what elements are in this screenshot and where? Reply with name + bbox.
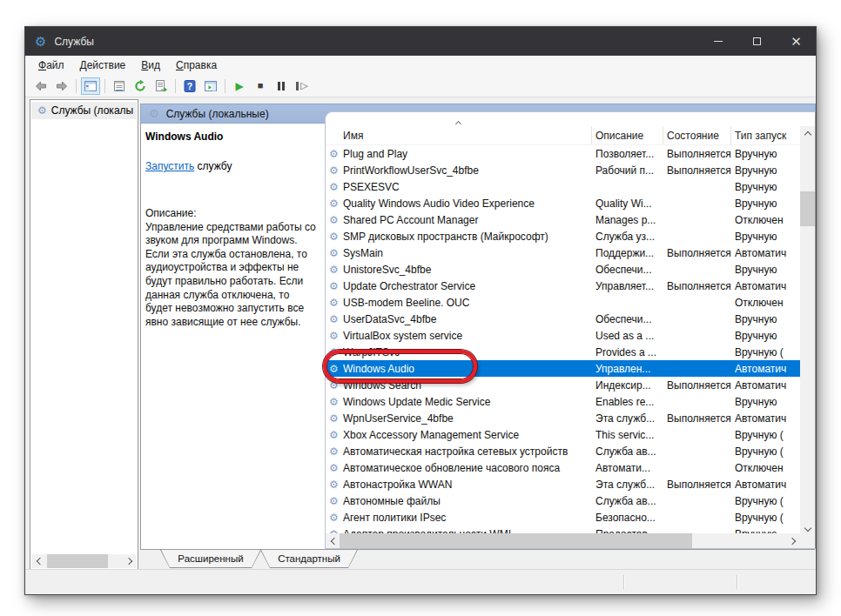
- table-row[interactable]: ⚙ Windows Search Индексир... Выполняется…: [326, 377, 800, 393]
- scroll-left-button[interactable]: [326, 534, 340, 548]
- table-row[interactable]: ⚙ USB-modem Beeline. OUC Отключен: [326, 294, 800, 311]
- service-gear-icon: ⚙: [329, 198, 339, 210]
- scroll-up-button[interactable]: [800, 126, 815, 140]
- view-tabs: Расширенный Стандартный: [140, 549, 815, 570]
- show-console-tree-button[interactable]: [81, 77, 100, 95]
- list-horizontal-scrollbar[interactable]: [326, 533, 800, 548]
- services-gear-icon: ⚙: [149, 108, 159, 119]
- close-button[interactable]: ✕: [777, 27, 816, 56]
- column-header-status[interactable]: Состояние: [663, 126, 731, 144]
- service-description: Эта служб...: [592, 412, 663, 425]
- refresh-button[interactable]: [131, 77, 150, 95]
- scroll-left-button[interactable]: [31, 554, 45, 568]
- tree-item-services-local[interactable]: ⚙ Службы (локалы: [31, 102, 137, 119]
- table-row[interactable]: ⚙ Автонастройка WWAN Эта служб... Выполн…: [326, 476, 800, 492]
- forward-button[interactable]: [52, 77, 71, 95]
- restart-service-button[interactable]: ▷: [293, 77, 312, 95]
- show-action-pane-button[interactable]: [201, 77, 220, 95]
- service-name: Shared PC Account Manager: [343, 214, 592, 226]
- tab-standard[interactable]: Стандартный: [260, 550, 358, 568]
- scroll-right-button[interactable]: [786, 534, 800, 548]
- table-row[interactable]: ⚙ PSEXESVC Вручную: [326, 178, 800, 195]
- services-gear-icon: ⚙: [37, 105, 47, 116]
- table-row[interactable]: ⚙ WpnUserService_4bfbe Эта служб... Выпо…: [326, 410, 800, 426]
- status-bar: [25, 569, 816, 593]
- table-row[interactable]: ⚙ SMP дисковых пространств (Майкрософт) …: [326, 228, 800, 244]
- table-row[interactable]: ⚙ Адаптер производительности WMI Предост…: [326, 526, 800, 533]
- services-gear-icon: ⚙: [35, 35, 46, 48]
- scrollbar-thumb[interactable]: [800, 191, 815, 226]
- service-description: Обеспечи...: [592, 264, 663, 276]
- menu-file[interactable]: Файл: [30, 57, 72, 74]
- service-startup-type: Вручную (: [731, 429, 800, 441]
- tree-horizontal-scrollbar[interactable]: [31, 554, 137, 568]
- service-gear-icon: ⚙: [329, 164, 339, 177]
- table-row[interactable]: ⚙ Агент политики IPsec Безопасно... Вруч…: [326, 509, 800, 526]
- column-header-name[interactable]: Имя: [326, 126, 592, 144]
- export-list-icon: [154, 79, 168, 93]
- menu-file-rest: айл: [46, 59, 64, 71]
- back-arrow-icon: [34, 79, 48, 93]
- service-description: Рабочий п...: [592, 164, 663, 177]
- table-row[interactable]: ⚙ VirtualBox system service Used as a ..…: [326, 327, 800, 344]
- service-name: Агент политики IPsec: [343, 512, 592, 524]
- scroll-right-button[interactable]: [123, 554, 137, 568]
- service-startup-type: Вручную: [731, 396, 800, 408]
- table-row[interactable]: ⚙ WarpJITSvc Provides a ... Вручную (: [326, 344, 800, 360]
- column-header-startup-type[interactable]: Тип запуск: [731, 126, 800, 144]
- start-service-link[interactable]: Запустить: [145, 160, 194, 172]
- service-name: WpnUserService_4bfbe: [343, 412, 592, 425]
- minimize-button[interactable]: [698, 27, 737, 56]
- export-list-button[interactable]: [151, 77, 171, 95]
- back-button[interactable]: [31, 77, 50, 95]
- table-row[interactable]: ⚙ PrintWorkflowUserSvc_4bfbe Рабочий п..…: [326, 162, 800, 178]
- table-row[interactable]: ⚙ Plug and Play Позволяет... Выполняется…: [326, 145, 800, 162]
- service-status: Выполняется: [663, 379, 731, 392]
- service-description: Enables re...: [592, 396, 663, 408]
- tab-extended[interactable]: Расширенный: [160, 550, 261, 568]
- column-header-description[interactable]: Описание: [592, 126, 663, 144]
- table-row[interactable]: ⚙ Update Orchestrator Service Управляет.…: [326, 278, 800, 294]
- scroll-down-button[interactable]: [800, 519, 815, 533]
- table-row[interactable]: ⚙ Автоматическая настройка сетевых устро…: [326, 443, 800, 459]
- table-row[interactable]: ⚙ Windows Audio Управлен... Автоматич: [326, 360, 800, 377]
- table-row[interactable]: ⚙ Windows Update Medic Service Enables r…: [326, 393, 800, 410]
- menu-view[interactable]: Вид: [133, 57, 168, 74]
- service-gear-icon: ⚙: [329, 297, 339, 309]
- maximize-button[interactable]: [737, 27, 777, 56]
- service-status: Выполняется: [663, 247, 731, 259]
- list-vertical-scrollbar[interactable]: [800, 126, 815, 533]
- list-header: Имя Описание Состояние Тип запуск: [326, 126, 800, 145]
- service-description: Позволяет...: [592, 148, 663, 160]
- pause-service-button[interactable]: [272, 77, 291, 95]
- service-gear-icon: ⚙: [329, 280, 339, 292]
- scrollbar-thumb[interactable]: [340, 533, 692, 548]
- scrollbar-corner: [800, 533, 815, 548]
- title-bar[interactable]: ⚙ Службы ✕: [25, 27, 816, 56]
- table-row[interactable]: ⚙ Автономные файлы Служба ав... Вручную …: [326, 492, 800, 509]
- scrollbar-thumb[interactable]: [47, 554, 108, 568]
- svg-text:?: ?: [187, 81, 192, 91]
- start-service-button[interactable]: ▶: [230, 77, 249, 95]
- table-row[interactable]: ⚙ Xbox Accessory Management Service This…: [326, 426, 800, 443]
- service-startup-type: Вручную: [731, 330, 800, 342]
- menu-help[interactable]: Справка: [168, 57, 225, 74]
- help-button[interactable]: ?: [180, 77, 199, 95]
- service-name: Windows Search: [343, 379, 592, 392]
- stop-service-button[interactable]: ■: [251, 77, 270, 95]
- properties-button[interactable]: [110, 77, 129, 95]
- table-row[interactable]: ⚙ UserDataSvc_4bfbe Обеспечи... Вручную: [326, 311, 800, 327]
- table-row[interactable]: ⚙ Shared PC Account Manager Manages p...…: [326, 211, 800, 228]
- menu-action[interactable]: Действие: [72, 57, 134, 74]
- chevron-right-icon: [788, 537, 795, 544]
- table-row[interactable]: ⚙ SysMain Поддержи... Выполняется Автома…: [326, 244, 800, 261]
- table-row[interactable]: ⚙ UnistoreSvc_4bfbe Обеспечи... Вручную: [326, 261, 800, 278]
- maximize-icon: [753, 37, 761, 45]
- table-row[interactable]: ⚙ Автоматическое обновление часового поя…: [326, 459, 800, 476]
- table-row[interactable]: ⚙ Quality Windows Audio Video Experience…: [326, 195, 800, 211]
- console-tree-panel: ⚙ Службы (локалы: [30, 99, 138, 570]
- service-description: Служба ав...: [592, 495, 663, 507]
- tab-extended-label: Расширенный: [161, 550, 260, 567]
- service-name: WarpJITSvc: [343, 346, 592, 358]
- service-gear-icon: ⚙: [329, 148, 339, 160]
